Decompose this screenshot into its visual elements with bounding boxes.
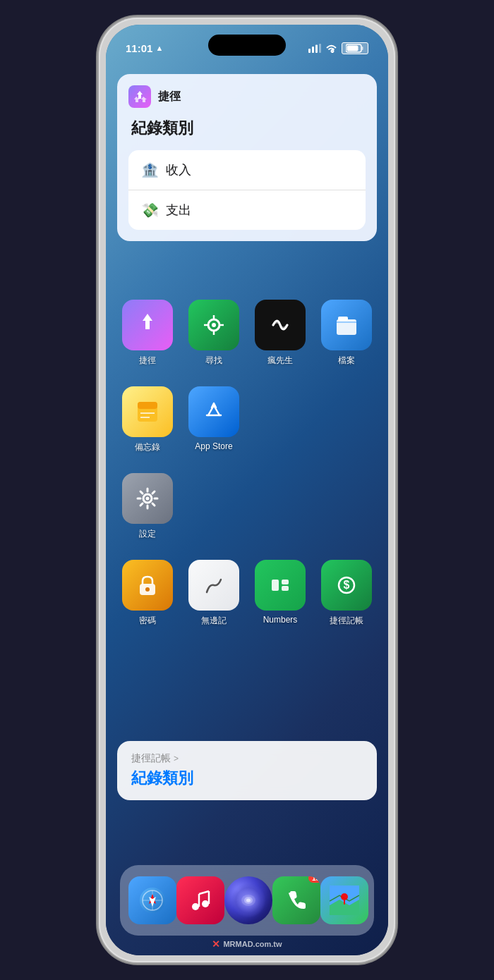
svg-rect-2 — [315, 44, 318, 53]
svg-rect-5 — [362, 47, 363, 50]
expense-label: 支出 — [166, 202, 191, 219]
empty-icon-1 — [255, 386, 306, 437]
shortcuts-label: 捷徑 — [139, 355, 156, 367]
svg-text:$: $ — [344, 579, 350, 591]
crazy-icon-wrap — [255, 300, 306, 350]
dock-item-siri[interactable] — [224, 876, 272, 924]
income-emoji: 🏦 — [141, 161, 159, 178]
phone-badge: 15 — [308, 876, 320, 883]
bottom-widget[interactable]: 捷徑記帳 > 紀錄類別 — [117, 741, 377, 800]
app-item-notes[interactable]: 備忘錄 — [120, 386, 175, 453]
widget-chevron-icon: > — [174, 754, 179, 764]
widget-header: 捷徑記帳 > — [131, 752, 363, 765]
expense-emoji: 💸 — [141, 202, 159, 219]
findmy-label: 尋找 — [205, 355, 222, 367]
svg-rect-1 — [312, 47, 314, 53]
svg-point-31 — [145, 587, 150, 592]
svg-rect-3 — [319, 44, 321, 53]
shortcuts-app-icon — [128, 85, 151, 108]
svg-point-52 — [341, 893, 348, 900]
empty-icon-2 — [321, 386, 372, 437]
svg-line-27 — [152, 503, 155, 506]
music-dock-icon — [176, 876, 224, 924]
status-icons — [308, 42, 368, 54]
appstore-label: App Store — [195, 441, 232, 451]
app-item-empty1 — [253, 386, 308, 453]
dynamic-island — [208, 35, 286, 56]
app-grid: 捷徑 尋找 — [106, 300, 388, 647]
freeform-label: 無邊記 — [201, 615, 227, 627]
files-icon-wrap — [321, 300, 372, 350]
svg-point-8 — [212, 323, 216, 327]
files-label: 檔案 — [338, 355, 355, 367]
maps-dock-icon — [320, 876, 368, 924]
empty-icon-4 — [255, 473, 306, 524]
app-item-numbers[interactable]: Numbers — [253, 560, 308, 627]
popup-header: 捷徑 — [128, 85, 366, 108]
app-item-appstore[interactable]: App Store — [186, 386, 241, 453]
svg-line-47 — [199, 891, 209, 894]
svg-rect-13 — [337, 319, 356, 335]
app-row-3: 設定 — [120, 473, 374, 540]
wifi-icon — [325, 44, 337, 53]
svg-rect-0 — [308, 49, 311, 53]
empty-icon-5 — [321, 473, 372, 524]
dock-item-music[interactable] — [176, 876, 224, 924]
app-item-shortcutledger[interactable]: $ 捷徑記帳 — [319, 560, 374, 627]
svg-point-44 — [202, 900, 209, 907]
app-item-freeform[interactable]: 無邊記 — [186, 560, 241, 627]
app-item-passwords[interactable]: 密碼 — [120, 560, 175, 627]
app-item-findmy[interactable]: 尋找 — [186, 300, 241, 367]
passwords-label: 密碼 — [139, 615, 156, 627]
dock: 15 — [120, 865, 374, 936]
location-icon: ▲ — [155, 44, 163, 52]
siri-button[interactable] — [224, 876, 272, 924]
svg-point-43 — [192, 903, 199, 910]
widget-header-text: 捷徑記帳 — [131, 752, 171, 765]
app-item-settings[interactable]: 設定 — [120, 473, 175, 540]
shortcutledger-icon-wrap: $ — [321, 560, 372, 611]
shortcuts-popup: 捷徑 紀錄類別 🏦 收入 💸 支出 — [117, 74, 377, 241]
app-item-empty5 — [319, 473, 374, 540]
svg-rect-32 — [272, 580, 279, 591]
app-item-shortcuts[interactable]: 捷徑 — [120, 300, 175, 367]
settings-icon-wrap — [122, 473, 173, 524]
battery-icon — [342, 42, 368, 54]
dock-item-phone[interactable]: 15 — [272, 876, 320, 924]
watermark: ✕ MRMAD.com.tw — [212, 938, 282, 950]
safari-dock-icon — [128, 876, 176, 924]
shortcuts-icon-wrap — [122, 300, 173, 350]
passwords-icon-wrap — [122, 560, 173, 611]
app-item-crazy[interactable]: 瘋先生 — [253, 300, 308, 367]
popup-options-list: 🏦 收入 💸 支出 — [128, 150, 366, 230]
watermark-logo: ✕ — [212, 938, 220, 950]
shortcutledger-label: 捷徑記帳 — [330, 615, 363, 627]
dock-item-maps[interactable] — [320, 876, 368, 924]
widget-title: 紀錄類別 — [131, 768, 363, 789]
app-item-empty4 — [253, 473, 308, 540]
empty-icon-3 — [188, 473, 239, 524]
svg-point-21 — [146, 497, 150, 501]
status-time: 11:01 — [126, 42, 152, 54]
svg-line-29 — [140, 503, 143, 506]
popup-app-name: 捷徑 — [158, 90, 181, 104]
svg-point-50 — [246, 899, 251, 902]
dock-item-safari[interactable] — [128, 876, 176, 924]
app-row-1: 捷徑 尋找 — [120, 300, 374, 367]
numbers-icon-wrap — [255, 560, 306, 611]
popup-option-income[interactable]: 🏦 收入 — [128, 150, 366, 190]
svg-rect-34 — [282, 586, 289, 591]
app-item-files[interactable]: 檔案 — [319, 300, 374, 367]
notes-label: 備忘錄 — [135, 441, 160, 453]
svg-line-26 — [140, 491, 143, 494]
freeform-icon-wrap — [188, 560, 239, 611]
crazy-label: 瘋先生 — [267, 355, 293, 367]
findmy-icon-wrap — [188, 300, 239, 350]
popup-title: 紀錄類別 — [128, 118, 366, 139]
svg-line-28 — [152, 491, 155, 494]
status-time-area: 11:01 ▲ — [126, 42, 163, 54]
income-label: 收入 — [166, 161, 191, 178]
popup-option-expense[interactable]: 💸 支出 — [128, 190, 366, 230]
phone-screen: 11:01 ▲ — [106, 25, 388, 955]
phone-frame: 11:01 ▲ — [99, 18, 395, 962]
